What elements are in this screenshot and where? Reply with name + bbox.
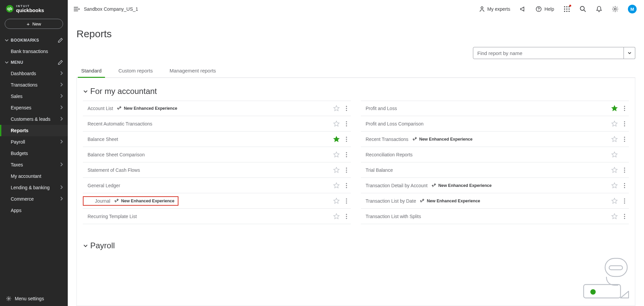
more-menu-icon[interactable] xyxy=(622,213,628,220)
svg-point-5 xyxy=(566,6,568,8)
gear-icon[interactable] xyxy=(612,6,619,12)
favorite-star-icon[interactable] xyxy=(333,151,340,158)
report-link[interactable]: Trial Balance xyxy=(366,167,393,173)
chevron-right-icon xyxy=(60,162,63,167)
favorite-star-icon[interactable] xyxy=(333,136,340,143)
report-link[interactable]: Transaction List with Splits xyxy=(366,214,421,219)
report-link[interactable]: Profit and Loss xyxy=(366,106,397,111)
search-input[interactable] xyxy=(473,47,624,59)
report-link[interactable]: Journal xyxy=(95,198,110,204)
reports-scroll-area[interactable]: For my accountantAccount ListNew Enhance… xyxy=(76,78,635,306)
group-header[interactable]: For my accountant xyxy=(83,87,629,96)
tab-custom-reports[interactable]: Custom reports xyxy=(115,68,156,78)
favorite-star-icon[interactable] xyxy=(333,213,340,220)
collapse-nav-icon[interactable] xyxy=(74,6,80,12)
favorite-star-icon[interactable] xyxy=(333,197,340,205)
more-menu-icon[interactable] xyxy=(622,197,628,205)
sidebar-item-transactions[interactable]: Transactions xyxy=(0,79,68,91)
apps-grid-icon[interactable] xyxy=(564,6,570,12)
report-link[interactable]: Account List xyxy=(88,106,113,111)
group-header[interactable]: Payroll xyxy=(83,241,629,250)
favorite-star-icon[interactable] xyxy=(611,213,618,220)
report-row: Balance Sheet xyxy=(83,132,351,147)
more-menu-icon[interactable] xyxy=(622,182,628,189)
pencil-icon[interactable] xyxy=(58,60,63,65)
bell-icon[interactable] xyxy=(596,6,602,12)
favorite-star-icon[interactable] xyxy=(611,136,618,143)
search-dropdown-toggle[interactable] xyxy=(624,47,635,59)
sidebar-item-reports[interactable]: Reports xyxy=(0,125,68,136)
report-row: Transaction List with Splits xyxy=(361,209,629,224)
bookmarks-header[interactable]: BOOKMARKS xyxy=(0,35,68,46)
report-link[interactable]: General Ledger xyxy=(88,183,120,188)
favorite-star-icon[interactable] xyxy=(611,166,618,174)
more-menu-icon[interactable] xyxy=(343,166,350,174)
enhanced-badge: New Enhanced Experience xyxy=(114,199,174,203)
group-title: For my accountant xyxy=(90,87,157,96)
sidebar-item-dashboards[interactable]: Dashboards xyxy=(0,68,68,79)
search-icon[interactable] xyxy=(580,6,586,12)
sidebar-item-customers-leads[interactable]: Customers & leads xyxy=(0,113,68,125)
sidebar-item-budgets[interactable]: Budgets xyxy=(0,148,68,159)
report-link[interactable]: Recent Transactions xyxy=(366,137,409,142)
favorite-star-icon[interactable] xyxy=(611,120,618,128)
sidebar-item-apps[interactable]: Apps xyxy=(0,205,68,216)
svg-point-36 xyxy=(346,214,347,215)
menu-header[interactable]: MENU xyxy=(0,57,68,68)
more-menu-icon[interactable] xyxy=(343,182,350,189)
more-menu-icon[interactable] xyxy=(622,136,628,143)
sidebar-item-lending-banking[interactable]: Lending & banking xyxy=(0,182,68,193)
more-menu-icon[interactable] xyxy=(343,151,350,158)
favorite-star-icon[interactable] xyxy=(611,197,618,205)
tab-standard[interactable]: Standard xyxy=(78,68,105,78)
report-row: Transaction List by DateNew Enhanced Exp… xyxy=(361,193,629,209)
report-link[interactable]: Transaction Detail by Account xyxy=(366,183,428,188)
favorite-star-icon[interactable] xyxy=(333,182,340,189)
report-link[interactable]: Recent Automatic Transactions xyxy=(88,121,152,126)
sidebar-item-expenses[interactable]: Expenses xyxy=(0,102,68,113)
sidebar-item-label: Budgets xyxy=(11,151,63,156)
more-menu-icon[interactable] xyxy=(343,197,350,205)
report-link[interactable]: Balance Sheet Comparison xyxy=(88,152,145,157)
sidebar-item-commerce[interactable]: Commerce xyxy=(0,193,68,205)
more-menu-icon[interactable] xyxy=(622,166,628,174)
favorite-star-icon[interactable] xyxy=(611,151,618,158)
report-link[interactable]: Recurring Template List xyxy=(88,214,137,219)
favorite-star-icon[interactable] xyxy=(333,166,340,174)
more-menu-icon[interactable] xyxy=(622,105,628,112)
more-menu-icon[interactable] xyxy=(343,136,350,143)
avatar[interactable]: M xyxy=(628,5,637,13)
tab-management-reports[interactable]: Management reports xyxy=(166,68,219,78)
menu-settings[interactable]: Menu settings xyxy=(0,291,68,306)
brand-logo[interactable]: qb INTUIT quickbooks xyxy=(0,0,68,16)
report-link[interactable]: Statement of Cash Flows xyxy=(88,167,140,173)
favorite-star-icon[interactable] xyxy=(333,120,340,128)
more-menu-icon[interactable] xyxy=(622,120,628,128)
favorite-star-icon[interactable] xyxy=(611,105,618,112)
more-menu-icon[interactable] xyxy=(343,120,350,128)
report-link[interactable]: Transaction List by Date xyxy=(366,198,416,204)
report-link[interactable]: Profit and Loss Comparison xyxy=(366,121,424,126)
report-link[interactable]: Balance Sheet xyxy=(88,137,118,142)
menu-label: MENU xyxy=(11,60,58,65)
sidebar-item-bank-transactions[interactable]: Bank transactions xyxy=(0,46,68,57)
svg-point-14 xyxy=(614,8,616,10)
sidebar-item-taxes[interactable]: Taxes xyxy=(0,159,68,170)
help[interactable]: Help xyxy=(536,6,554,12)
favorite-star-icon[interactable] xyxy=(333,105,340,112)
report-link[interactable]: Reconciliation Reports xyxy=(366,152,413,157)
sidebar-item-my-accountant[interactable]: My accountant xyxy=(0,170,68,182)
more-menu-icon[interactable] xyxy=(343,213,350,220)
favorite-star-icon[interactable] xyxy=(611,182,618,189)
svg-point-0 xyxy=(8,298,9,299)
report-row: Reconciliation Reports xyxy=(361,147,629,162)
pencil-icon[interactable] xyxy=(58,38,63,43)
new-button[interactable]: + New xyxy=(5,19,63,29)
more-menu-icon[interactable] xyxy=(343,105,350,112)
megaphone-icon[interactable] xyxy=(520,6,526,12)
my-experts[interactable]: My experts xyxy=(479,6,510,12)
sidebar-item-sales[interactable]: Sales xyxy=(0,91,68,102)
sidebar-item-payroll[interactable]: Payroll xyxy=(0,136,68,148)
my-experts-label: My experts xyxy=(487,6,510,12)
company-switcher[interactable]: Sandbox Company_US_1 xyxy=(74,6,138,12)
